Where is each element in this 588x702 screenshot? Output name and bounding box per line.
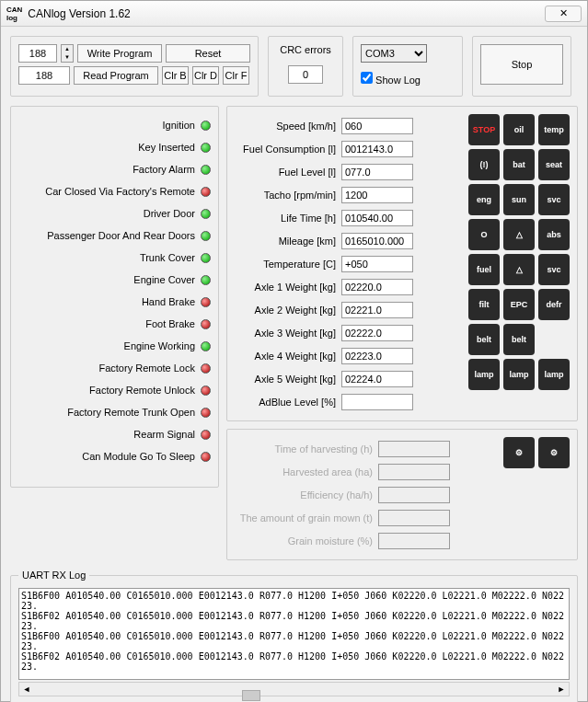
- status-row-0: Ignition: [18, 118, 211, 132]
- agri-row-1: Harvested area (ha): [235, 460, 496, 483]
- app-window: CANlog CANlog Version 1.62 ✕ ▲▼ Write Pr…: [0, 0, 588, 702]
- warning-icon-10[interactable]: △: [503, 219, 535, 250]
- scroll-right-icon[interactable]: ►: [554, 685, 569, 694]
- address-spinner[interactable]: ▲▼: [61, 44, 74, 63]
- value-label: Axle 4 Weight [kg]: [235, 351, 336, 362]
- window-title: CANlog Version 1.62: [28, 7, 130, 20]
- agri-row-4: Grain moisture (%): [235, 529, 496, 552]
- status-led-icon: [201, 452, 211, 462]
- value-field[interactable]: [341, 279, 413, 295]
- value-label: Life Time [h]: [235, 213, 336, 224]
- warning-icon-4[interactable]: bat: [503, 149, 535, 180]
- value-label: AdBlue Level [%]: [235, 397, 336, 408]
- value-row-3: Tacho [rpm/min]: [235, 183, 461, 206]
- address-input-2[interactable]: [18, 66, 70, 85]
- warning-icon-8[interactable]: svc: [538, 184, 570, 215]
- value-field[interactable]: [341, 256, 413, 272]
- warning-icon-21[interactable]: lamp: [468, 359, 500, 390]
- status-row-3: Car Closed Via Factory's Remote: [18, 184, 211, 199]
- status-led-icon: [201, 231, 211, 241]
- address-input-1[interactable]: [18, 44, 57, 63]
- agri-icon-1[interactable]: ⚙: [538, 437, 570, 468]
- value-row-5: Mileage [km]: [235, 229, 461, 252]
- value-label: Axle 2 Weight [kg]: [235, 305, 336, 316]
- crc-label: CRC errors: [276, 44, 335, 55]
- value-field[interactable]: [341, 233, 413, 249]
- status-led-icon: [201, 121, 211, 131]
- status-row-4: Driver Door: [18, 206, 211, 221]
- warning-icon-23[interactable]: lamp: [538, 359, 570, 390]
- status-label: Factory Remote Trunk Open: [67, 407, 195, 418]
- value-field[interactable]: [341, 210, 413, 226]
- agri-field: [378, 487, 450, 503]
- uart-log-title: UART RX Log: [18, 570, 89, 581]
- value-row-12: AdBlue Level [%]: [235, 390, 461, 413]
- write-program-button[interactable]: Write Program: [77, 44, 162, 63]
- log-scrollbar[interactable]: ◄ ►: [18, 682, 570, 696]
- value-row-1: Fuel Consumption [l]: [235, 137, 461, 160]
- status-label: Key Inserted: [138, 142, 195, 153]
- status-panel: IgnitionKey InsertedFactory AlarmCar Clo…: [10, 106, 219, 488]
- scroll-left-icon[interactable]: ◄: [19, 685, 34, 694]
- clr-f-button[interactable]: Clr F: [223, 66, 249, 85]
- value-label: Axle 3 Weight [kg]: [235, 328, 336, 339]
- warning-icon-13[interactable]: △: [503, 254, 535, 285]
- warning-icon-18[interactable]: belt: [468, 324, 500, 355]
- uart-log-text[interactable]: S1B6F00 A010540.00 C0165010.000 E0012143…: [18, 588, 570, 680]
- warning-icon-0[interactable]: STOP: [468, 114, 500, 145]
- com-port-select[interactable]: COM3: [361, 44, 427, 63]
- value-label: Mileage [km]: [235, 236, 336, 247]
- value-field[interactable]: [341, 325, 413, 341]
- value-field[interactable]: [341, 187, 413, 203]
- value-field[interactable]: [341, 371, 413, 387]
- agri-row-3: The amount of grain mown (t): [235, 506, 496, 529]
- warning-icon-11[interactable]: abs: [538, 219, 570, 250]
- close-button[interactable]: ✕: [545, 6, 582, 22]
- value-label: Tacho [rpm/min]: [235, 190, 336, 201]
- value-row-0: Speed [km/h]: [235, 114, 461, 137]
- clr-d-button[interactable]: Clr D: [192, 66, 219, 85]
- status-label: Factory Alarm: [133, 164, 195, 175]
- show-log-check[interactable]: Show Log: [361, 75, 421, 86]
- value-row-6: Temperature [C]: [235, 252, 461, 275]
- warning-icon-16[interactable]: EPC: [503, 289, 535, 320]
- status-led-icon: [201, 297, 211, 307]
- value-label: Axle 1 Weight [kg]: [235, 282, 336, 293]
- scroll-thumb[interactable]: [242, 690, 260, 701]
- value-field[interactable]: [341, 141, 413, 157]
- value-field[interactable]: [341, 302, 413, 318]
- warning-icon-15[interactable]: filt: [468, 289, 500, 320]
- clr-b-button[interactable]: Clr B: [162, 66, 189, 85]
- status-row-11: Factory Remote Lock: [18, 361, 211, 375]
- warning-icon-6[interactable]: eng: [468, 184, 500, 215]
- warning-icon-2[interactable]: temp: [538, 114, 570, 145]
- value-field[interactable]: [341, 164, 413, 180]
- warning-icon-5[interactable]: seat: [538, 149, 570, 180]
- warning-icon-3[interactable]: (!): [468, 149, 500, 180]
- warning-icon-19[interactable]: belt: [503, 324, 535, 355]
- status-led-icon: [201, 386, 211, 396]
- status-label: Driver Door: [144, 208, 195, 219]
- status-led-icon: [201, 408, 211, 418]
- read-program-button[interactable]: Read Program: [74, 66, 158, 85]
- status-label: Can Module Go To Sleep: [82, 451, 195, 462]
- value-field[interactable]: [341, 348, 413, 364]
- warning-icon-12[interactable]: fuel: [468, 254, 500, 285]
- warning-icon-9[interactable]: O: [468, 219, 500, 250]
- value-field[interactable]: [341, 118, 413, 134]
- stop-button[interactable]: Stop: [480, 44, 563, 85]
- warning-icon-1[interactable]: oil: [503, 114, 535, 145]
- status-label: Car Closed Via Factory's Remote: [45, 186, 195, 197]
- agri-icon-0[interactable]: ⚙: [503, 437, 535, 468]
- agri-label: Efficiency (ha/h): [235, 489, 373, 501]
- warning-icon-22[interactable]: lamp: [503, 359, 535, 390]
- value-field[interactable]: [341, 394, 413, 410]
- status-row-12: Factory Remote Unlock: [18, 383, 211, 397]
- warning-icon-14[interactable]: svc: [538, 254, 570, 285]
- warning-icon-7[interactable]: sun: [503, 184, 535, 215]
- reset-button[interactable]: Reset: [166, 44, 250, 63]
- value-row-7: Axle 1 Weight [kg]: [235, 275, 461, 298]
- value-label: Axle 5 Weight [kg]: [235, 374, 336, 385]
- status-row-6: Trunk Cover: [18, 250, 211, 265]
- warning-icon-17[interactable]: defr: [538, 289, 570, 320]
